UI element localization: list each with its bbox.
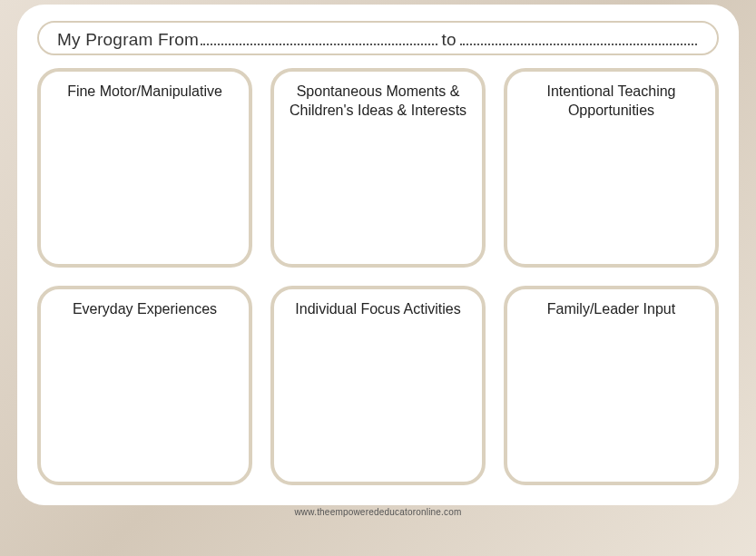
box-label: Family/Leader Input <box>516 300 706 319</box>
box-label: Fine Motor/Manipulative <box>50 83 240 102</box>
box-fine-motor[interactable]: Fine Motor/Manipulative <box>37 68 252 268</box>
box-label: Everyday Experiences <box>50 300 240 319</box>
date-from-line[interactable] <box>201 31 437 45</box>
footer-url: www.theempowerededucatoronline.com <box>294 507 461 517</box>
box-individual[interactable]: Individual Focus Activities <box>270 286 486 485</box>
box-intentional[interactable]: Intentional Teaching Opportunities <box>504 68 719 268</box>
program-card: My Program From to Fine Motor/Manipulati… <box>17 5 739 505</box>
box-everyday[interactable]: Everyday Experiences <box>37 286 252 485</box>
title-prefix: My Program From <box>57 30 199 50</box>
title-bar: My Program From to <box>37 21 719 55</box>
box-label: Individual Focus Activities <box>283 300 473 319</box>
date-to-line[interactable] <box>460 31 697 45</box>
box-grid: Fine Motor/Manipulative Spontaneous Mome… <box>37 68 719 485</box>
box-spontaneous[interactable]: Spontaneous Moments & Children's Ideas &… <box>270 68 486 268</box>
box-label: Spontaneous Moments & Children's Ideas &… <box>283 83 473 121</box>
box-label: Intentional Teaching Opportunities <box>516 83 706 121</box>
title-to: to <box>441 30 456 50</box>
box-family[interactable]: Family/Leader Input <box>504 286 719 485</box>
